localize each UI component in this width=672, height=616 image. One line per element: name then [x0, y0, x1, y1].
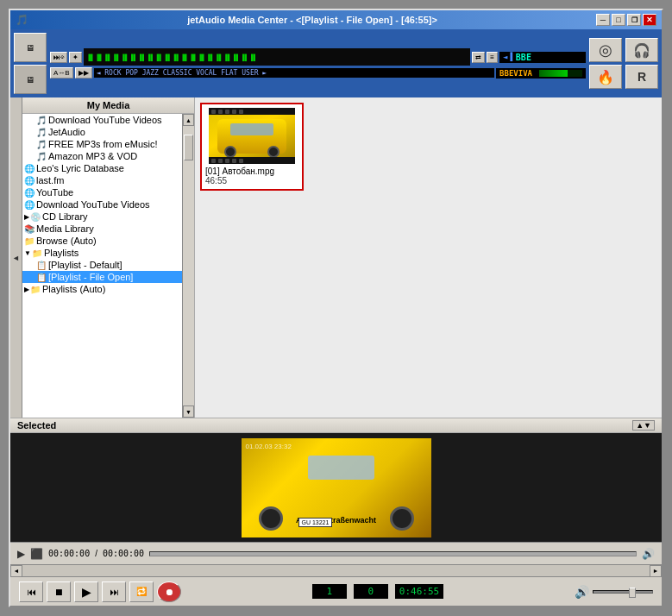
right-buttons: ◎ 🔥 — [589, 38, 622, 89]
progress-bar[interactable] — [149, 551, 637, 556]
preview-area: ADAC - Straßenwacht 01.02.03 23:32 GU 13… — [10, 433, 662, 542]
star-btn[interactable]: ✦ — [69, 52, 82, 63]
close-button[interactable]: ✕ — [643, 14, 656, 26]
fire-button[interactable]: 🔥 — [589, 65, 622, 89]
music-icon: 🎵 — [36, 116, 47, 125]
sidebar-item-download-yt-1[interactable]: 🎵 Download YouTube Videos — [22, 114, 182, 126]
play-button[interactable]: ▶ — [74, 581, 98, 602]
sidebar-toggle[interactable]: ◄ — [10, 97, 22, 418]
lib-icon: 📚 — [24, 224, 35, 234]
playlists-label: Playlists — [44, 248, 79, 258]
sidebar-item-playlists-auto[interactable]: ▶ 📁 Playlists (Auto) — [22, 283, 182, 295]
sidebar-label: Leo's Lyric Database — [36, 163, 124, 173]
shuffle-btn-toolbar[interactable]: ≡ — [487, 52, 498, 63]
transport-bar: ▶ ⬛ 00:00:00 / 00:00:00 🔊 — [10, 542, 662, 564]
main-content: ◄ My Media 🎵 Download YouTube Videos 🎵 J… — [10, 97, 662, 418]
scroll-left-btn[interactable]: ◄ — [10, 565, 22, 577]
bbeviva-label: BBEVIVA — [499, 69, 532, 78]
eq-preset-bar[interactable]: ◄ ROCK POP JAZZ CLASSIC VOCAL FLAT USER … — [94, 68, 494, 78]
speed-btn[interactable]: ▶▶ — [75, 67, 92, 79]
sidebar-label: Download YouTube Videos — [36, 199, 150, 210]
preview-car-container: ADAC - Straßenwacht 01.02.03 23:32 GU 13… — [242, 438, 431, 537]
globe-icon-3: 🌐 — [24, 188, 35, 198]
stop-button[interactable]: ⬛ — [30, 548, 43, 560]
repeat-btn-toolbar[interactable]: ⇄ — [472, 52, 485, 63]
toolbar-bottom-row: A↔B ▶▶ ◄ ROCK POP JAZZ CLASSIC VOCAL FLA… — [50, 67, 586, 79]
scroll-down-btn[interactable]: ▼ — [183, 405, 194, 418]
sidebar-label: last.fm — [36, 175, 64, 185]
sidebar-label: JetAudio — [48, 127, 85, 137]
music-icon-3: 🎵 — [36, 140, 47, 149]
film-hole — [211, 159, 216, 163]
vue-display: ◄▐ BBE — [499, 52, 586, 63]
cd-icon: 💿 — [30, 212, 41, 222]
maximize-button[interactable]: □ — [612, 14, 625, 26]
scroll-right-btn[interactable]: ► — [650, 565, 662, 577]
scroll-track[interactable] — [183, 126, 194, 405]
volume-icon: 🔊 — [642, 548, 655, 560]
film-hole — [232, 159, 236, 163]
minimize-button[interactable]: ─ — [596, 14, 610, 26]
sidebar-item-download-yt-2[interactable]: 🌐 Download YouTube Videos — [22, 198, 182, 211]
time-total: 00:00:00 — [103, 549, 144, 558]
sidebar-label: [Playlist - File Open] — [48, 272, 133, 282]
sidebar-item-amazon[interactable]: 🎵 Amazon MP3 & VOD — [22, 150, 182, 162]
transport-controls: ⏮ ⏹ ▶ ⏭ 🔁 ⏺ — [19, 581, 181, 602]
duration-box: 0:46:55 — [395, 584, 443, 599]
folder-icon-auto: 📁 — [30, 285, 41, 294]
play-pause-button[interactable]: ▶ — [17, 548, 25, 560]
sidebar-label: Media Library — [36, 223, 94, 234]
viva-display: BBEVIVA — [496, 68, 586, 79]
panel-badge[interactable]: ▲▼ — [632, 420, 655, 431]
horizontal-scrollbar[interactable]: ◄ ► — [10, 564, 662, 576]
prev-button[interactable]: ⏮ — [19, 581, 43, 602]
stop-btn-bottom[interactable]: ⏹ — [47, 581, 71, 602]
sidebar-item-browse[interactable]: 📁 Browse (Auto) — [22, 235, 182, 247]
media-btn[interactable]: ⏭◎ — [50, 52, 67, 63]
volume-icon-bottom: 🔊 — [575, 585, 589, 599]
sidebar-item-youtube[interactable]: 🌐 YouTube — [22, 186, 182, 198]
record-main-button[interactable]: R — [625, 65, 658, 89]
window-icon: 🎵 — [16, 14, 28, 26]
film-hole — [218, 110, 223, 114]
folder-icon-playlists: 📁 — [32, 248, 42, 258]
record-button[interactable]: ⏺ — [157, 581, 181, 602]
expand-icon: ▶ — [24, 213, 29, 221]
sidebar-item-playlists[interactable]: ▼ 📁 Playlists — [22, 247, 182, 259]
sidebar-item-playlist-fileopen[interactable]: 📋 [Playlist - File Open] — [22, 271, 182, 283]
sidebar-item-lastfm[interactable]: 🌐 last.fm — [22, 174, 182, 186]
sidebar-label: [Playlist - Default] — [48, 260, 122, 270]
scroll-h-track[interactable] — [22, 565, 650, 576]
scroll-thumb[interactable] — [184, 135, 193, 160]
next-button[interactable]: ⏭ — [102, 581, 126, 602]
film-strip-top — [209, 108, 295, 115]
repeat-button[interactable]: 🔁 — [129, 581, 154, 602]
mini-mode-button[interactable]: 🖥 — [14, 65, 47, 94]
skin-button[interactable]: 🖥 — [14, 33, 47, 62]
media-label: [01] Автобан.mpg 46:55 — [205, 167, 298, 185]
right-buttons-2: 🎧 R — [625, 38, 658, 89]
track-total-box: 0 — [354, 584, 388, 599]
media-item[interactable]: [01] Автобан.mpg 46:55 — [200, 103, 304, 191]
volume-thumb[interactable] — [629, 588, 636, 598]
film-hole — [239, 159, 243, 163]
music-icon-4: 🎵 — [36, 152, 47, 161]
sidebar-item-cd[interactable]: ▶ 💿 CD Library — [22, 211, 182, 223]
sidebar-item-lyric[interactable]: 🌐 Leo's Lyric Database — [22, 162, 182, 174]
ab-btn[interactable]: A↔B — [50, 67, 73, 79]
sidebar-item-media-lib[interactable]: 📚 Media Library — [22, 223, 182, 235]
headphone-button[interactable]: 🎧 — [625, 38, 658, 62]
equalizer-button[interactable]: ◎ — [589, 38, 622, 62]
sidebar-label: Playlists (Auto) — [42, 284, 105, 294]
media-duration: 46:55 — [205, 176, 298, 185]
sidebar-scrollbar[interactable]: ▲ ▼ — [182, 114, 194, 418]
sidebar-item-playlist-default[interactable]: 📋 [Playlist - Default] — [22, 259, 182, 271]
sidebar-item-jetaudio[interactable]: 🎵 JetAudio — [22, 126, 182, 138]
sidebar-label: YouTube — [36, 187, 73, 198]
sidebar-item-emusic[interactable]: 🎵 FREE MP3s from eMusic! — [22, 138, 182, 150]
preview-car-wheel-right — [390, 506, 414, 531]
volume-track[interactable] — [593, 590, 653, 594]
restore-button[interactable]: ❐ — [627, 14, 641, 26]
eq-display: ▐▌▐▌▐▌▐▌▐▌▐▌▐▌▐▌▐▌▐▌▐▌▐▌▐▌▐▌▐▌▐▌▐▌▐▌▐▌▐▌ — [84, 48, 470, 66]
scroll-up-btn[interactable]: ▲ — [183, 114, 194, 126]
